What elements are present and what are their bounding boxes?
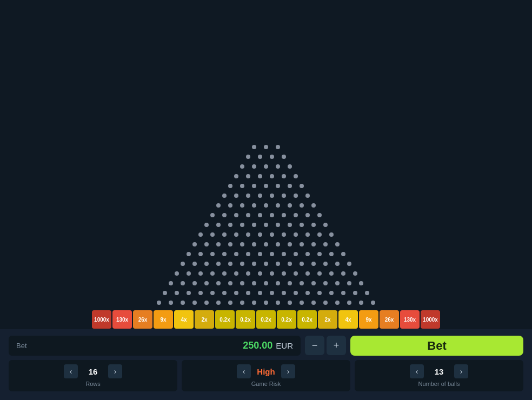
game-board: 1000x130x26x9x4x2x0.2x0.2x0.2x0.2x0.2x2x…: [0, 0, 532, 329]
peg: [192, 242, 197, 246]
peg: [294, 174, 298, 178]
bet-currency: EUR: [276, 341, 293, 350]
peg: [317, 271, 322, 276]
peg: [240, 301, 244, 305]
rows-setting: ‹ 16 › Rows: [9, 360, 177, 391]
peg: [347, 262, 351, 266]
peg: [264, 184, 268, 188]
peg: [270, 252, 274, 256]
peg: [270, 194, 274, 198]
peg: [311, 242, 316, 246]
peg-row: [207, 210, 325, 220]
peg: [276, 242, 280, 246]
peg-row: [189, 239, 343, 249]
peg: [323, 223, 328, 227]
peg: [240, 262, 244, 266]
bet-value-container: 250.00 EUR: [243, 340, 293, 351]
bucket-7: 0.2x: [236, 310, 255, 329]
peg: [181, 262, 185, 266]
peg: [311, 203, 316, 208]
rows-increase-button[interactable]: ›: [108, 364, 122, 378]
rows-decrease-button[interactable]: ‹: [64, 364, 78, 378]
peg: [305, 194, 310, 198]
peg: [282, 213, 286, 217]
peg: [288, 223, 292, 227]
peg: [258, 232, 262, 237]
bet-row: Bet 250.00 EUR − + Bet: [9, 336, 523, 356]
peg: [204, 281, 209, 285]
balls-decrease-button[interactable]: ‹: [410, 364, 424, 378]
peg: [234, 213, 238, 217]
peg: [282, 252, 286, 256]
peg: [246, 174, 250, 178]
peg: [252, 262, 256, 266]
peg: [187, 252, 191, 256]
peg: [300, 301, 304, 305]
peg: [234, 252, 238, 256]
peg: [276, 145, 280, 149]
peg: [264, 223, 268, 227]
peg: [282, 155, 286, 159]
peg: [270, 213, 274, 217]
peg: [335, 262, 340, 266]
peg-row: [153, 298, 379, 308]
peg-row: [212, 201, 320, 210]
peg: [210, 291, 215, 295]
peg: [264, 203, 268, 208]
peg: [198, 291, 203, 295]
peg: [240, 164, 244, 169]
balls-increase-button[interactable]: ›: [454, 364, 468, 378]
peg: [335, 281, 340, 285]
peg: [246, 291, 250, 295]
peg: [198, 271, 203, 276]
peg: [311, 223, 316, 227]
peg-row: [159, 288, 373, 298]
peg: [204, 223, 209, 227]
peg: [228, 184, 232, 188]
peg: [258, 252, 262, 256]
peg: [192, 281, 197, 285]
peg: [341, 291, 345, 295]
peg: [347, 301, 351, 305]
peg: [300, 203, 304, 208]
bucket-15: 130x: [400, 310, 420, 329]
game-risk-decrease-button[interactable]: ‹: [237, 364, 251, 378]
peg: [187, 271, 191, 276]
peg: [228, 203, 232, 208]
peg: [246, 252, 250, 256]
peg: [204, 262, 209, 266]
game-risk-value: High: [255, 367, 277, 376]
bet-button[interactable]: Bet: [350, 336, 523, 356]
peg: [305, 232, 310, 237]
peg: [175, 291, 179, 295]
peg: [181, 281, 185, 285]
peg: [216, 281, 221, 285]
bet-decrease-button[interactable]: −: [305, 336, 324, 355]
peg: [270, 271, 274, 276]
peg: [258, 155, 262, 159]
balls-setting: ‹ 13 › Number of balls: [355, 360, 523, 391]
peg: [258, 213, 262, 217]
game-risk-increase-button[interactable]: ›: [281, 364, 295, 378]
peg: [288, 242, 292, 246]
peg: [210, 213, 215, 217]
peg: [228, 242, 232, 246]
bet-increase-button[interactable]: +: [327, 336, 346, 355]
peg: [317, 213, 322, 217]
bucket-8: 0.2x: [256, 310, 276, 329]
peg-row: [201, 220, 331, 230]
peg: [252, 184, 256, 188]
peg: [258, 174, 262, 178]
peg: [246, 194, 250, 198]
peg: [359, 301, 363, 305]
peg: [228, 301, 232, 305]
peg: [317, 232, 322, 237]
peg: [300, 242, 304, 246]
peg: [181, 301, 185, 305]
peg: [234, 291, 238, 295]
peg: [276, 223, 280, 227]
bucket-16: 1000x: [421, 310, 440, 329]
peg: [329, 252, 334, 256]
peg: [294, 232, 298, 237]
peg: [252, 301, 256, 305]
